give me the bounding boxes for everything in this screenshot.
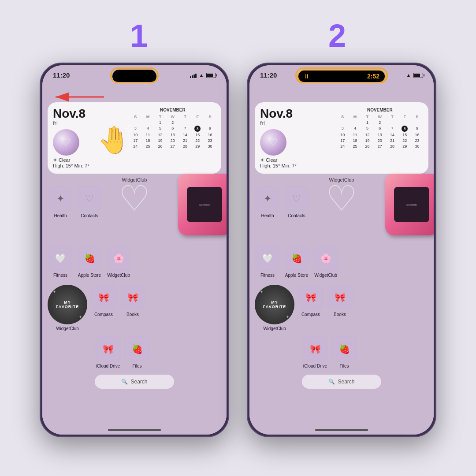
- battery-icon-1: [206, 73, 216, 78]
- app-health-1[interactable]: ✦ Health: [48, 186, 73, 218]
- search-label-1: Search: [130, 379, 147, 385]
- app-books-1[interactable]: 🎀 Books: [120, 285, 145, 331]
- app-icloud-2[interactable]: 🎀 iCloud Drive: [302, 336, 328, 368]
- app-compass-2[interactable]: 🎀 Compass: [298, 285, 324, 331]
- search-bar-1[interactable]: 🔍 Search: [95, 375, 174, 389]
- app-fitness-1[interactable]: 🤍 Fitness: [48, 245, 73, 278]
- svg-text:🤚: 🤚: [97, 124, 130, 156]
- widget-day-2: fri: [260, 120, 332, 126]
- app-widgetclub-2[interactable]: 🌸 WidgetClub: [313, 245, 338, 278]
- signal-icon-1: [190, 73, 197, 78]
- dynamic-island-highlight-2: [295, 67, 388, 83]
- app-files-1[interactable]: 🍓 Files: [124, 336, 150, 368]
- app-books-2[interactable]: 🎀 Books: [327, 285, 353, 331]
- widget-pearl-2: [260, 129, 286, 156]
- status-icons-2: ▲: [406, 72, 423, 78]
- search-icon-2: 🔍: [328, 379, 335, 385]
- app-contacts-2[interactable]: ♡ Contacts: [284, 186, 309, 218]
- step-1-label: 1: [130, 18, 148, 54]
- app-widgetclub-1[interactable]: 🌸 WidgetClub: [106, 245, 131, 278]
- calendar-month-2: NOVEMBER: [337, 108, 423, 112]
- widget-pearl-1: [53, 129, 79, 156]
- widget-date-1: Nov.8: [53, 108, 125, 120]
- home-bar-2: [315, 429, 368, 431]
- app-favorite-1[interactable]: MY FAVORITE WidgetClub: [48, 285, 87, 331]
- app-files-2[interactable]: 🍓 Files: [331, 336, 357, 368]
- phone-1: 11:20 ▲: [40, 63, 229, 437]
- search-icon-1: 🔍: [121, 379, 128, 385]
- status-time-2: 11:20: [260, 71, 277, 79]
- wifi-icon-1: ▲: [199, 72, 204, 78]
- calendar-month-1: NOVEMBER: [130, 108, 216, 112]
- status-time-1: 11:20: [53, 71, 70, 79]
- phone-2: 11:20 ▲ ⏸ 2:52: [247, 63, 436, 437]
- app-apple-store-1[interactable]: 🍓 Apple Store: [77, 245, 102, 278]
- app-apple-store-2[interactable]: 🍓 Apple Store: [284, 245, 309, 278]
- gesture-hand: 🤚: [97, 123, 133, 164]
- widget-date-2: Nov.8: [260, 108, 332, 120]
- app-compass-1[interactable]: 🎀 Compass: [91, 285, 116, 331]
- dynamic-island-highlight-1: [110, 67, 159, 83]
- calendar-grid-2: SMTWTFS 12 3456789 10111213141516 171819…: [337, 114, 423, 149]
- home-bar-1: [108, 429, 161, 431]
- widget-2: Nov.8 fri ☀ Clear High: 15° Min: 7° NOVE…: [255, 102, 428, 174]
- widget-1: Nov.8 fri ☀ Clear High: 15° Min: 7° NOVE…: [48, 102, 221, 174]
- app-fitness-2[interactable]: 🤍 Fitness: [255, 245, 280, 278]
- battery-icon-2: [413, 73, 423, 78]
- app-health-2[interactable]: ✦ Health: [255, 186, 280, 218]
- widget-weather-2: ☀ Clear High: 15° Min: 7°: [260, 157, 332, 168]
- swipe-arrow: [51, 88, 104, 106]
- app-icloud-1[interactable]: 🎀 iCloud Drive: [95, 336, 121, 368]
- app-favorite-2[interactable]: MY FAVORITE WidgetClub: [255, 285, 294, 331]
- wifi-icon-2: ▲: [406, 72, 411, 78]
- step-2-label: 2: [328, 18, 346, 54]
- calendar-grid-1: SMTWTFS 12 3456789 10111213141516 171819…: [130, 114, 216, 149]
- status-icons-1: ▲: [190, 72, 216, 78]
- search-label-2: Search: [338, 379, 354, 385]
- search-bar-2[interactable]: 🔍 Search: [302, 375, 381, 389]
- app-contacts-1[interactable]: ♡ Contacts: [77, 186, 102, 218]
